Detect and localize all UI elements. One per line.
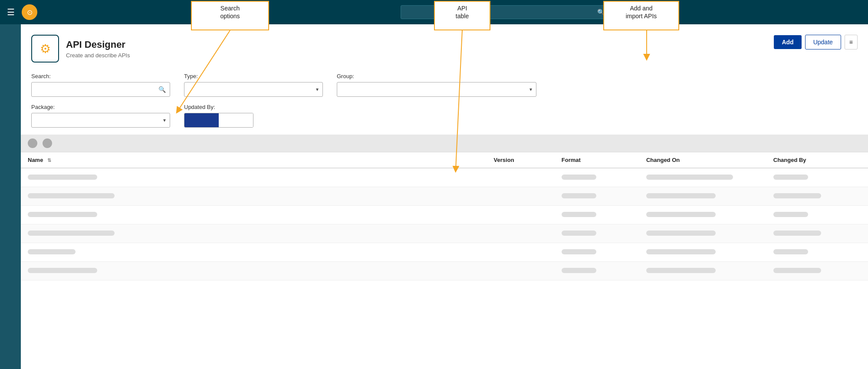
col-format-label: Format: [562, 157, 581, 163]
col-name-label: Name: [28, 157, 43, 163]
filters-row-1: Search: 🔍 Type: ▾ Group:: [31, 73, 858, 97]
loading-dot-1: [28, 138, 37, 148]
search-filter-group: Search: 🔍: [31, 73, 170, 97]
skeleton: [28, 175, 97, 180]
filters-row-2: Package: ▾ Updated By:: [31, 104, 858, 128]
col-version[interactable]: Version: [487, 152, 555, 168]
cell-changedby: [766, 168, 868, 187]
skeleton: [562, 268, 596, 273]
sort-icon: ⇅: [47, 158, 51, 163]
cell-changedby: [766, 243, 868, 262]
cell-name: [21, 262, 487, 280]
package-select[interactable]: [31, 113, 170, 128]
group-select-wrap: ▾: [337, 82, 536, 97]
page-header-left: ⚙ API Designer Create and describe APIs: [31, 35, 130, 63]
top-nav: ☰ ⊙ 🔍: [0, 0, 868, 24]
updated-by-toggle: [184, 113, 253, 128]
cell-format: [555, 224, 639, 243]
cell-changedby: [766, 262, 868, 280]
cell-format: [555, 187, 639, 206]
group-select[interactable]: [337, 82, 536, 97]
table-body: [21, 168, 868, 280]
skeleton: [646, 249, 716, 254]
api-table: Name ⇅ Version Format Changed On Changed…: [21, 152, 868, 280]
cell-version: [487, 206, 555, 224]
cell-changedby: [766, 206, 868, 224]
skeleton: [773, 249, 808, 254]
cell-changedon: [639, 168, 766, 187]
list-view-button[interactable]: ≡: [845, 35, 858, 49]
hamburger-icon[interactable]: ☰: [7, 7, 15, 17]
cell-changedon: [639, 206, 766, 224]
cell-changedon: [639, 187, 766, 206]
cell-format: [555, 262, 639, 280]
app-subtitle: Create and describe APIs: [66, 52, 130, 59]
cell-version: [487, 243, 555, 262]
cell-version: [487, 262, 555, 280]
updated-by-filter-group: Updated By:: [184, 104, 253, 128]
cell-changedby: [766, 224, 868, 243]
page-body: ⚙ API Designer Create and describe APIs …: [21, 24, 868, 369]
app-info: API Designer Create and describe APIs: [66, 39, 130, 59]
logo-icon: ⊙: [27, 8, 33, 16]
updated-by-label: Updated By:: [184, 104, 253, 110]
table-row: [21, 224, 868, 243]
search-input-wrap: 🔍: [31, 82, 170, 97]
toggle-all-button[interactable]: [219, 113, 253, 127]
cell-changedon: [639, 224, 766, 243]
type-filter-group: Type: ▾: [184, 73, 323, 97]
toggle-mine-button[interactable]: [184, 113, 219, 127]
type-select[interactable]: [184, 82, 323, 97]
skeleton: [646, 175, 733, 180]
app-icon: ⚙: [31, 35, 59, 63]
skeleton: [773, 231, 821, 236]
add-button[interactable]: Add: [774, 35, 801, 49]
search-input[interactable]: [31, 82, 170, 97]
col-format[interactable]: Format: [555, 152, 639, 168]
group-filter-group: Group: ▾: [337, 73, 536, 97]
cell-name: [21, 224, 487, 243]
table-row: [21, 187, 868, 206]
package-label: Package:: [31, 104, 170, 110]
skeleton: [562, 193, 596, 198]
app-title: API Designer: [66, 39, 130, 50]
skeleton: [646, 193, 716, 198]
cell-changedby: [766, 187, 868, 206]
skeleton: [646, 268, 716, 273]
col-version-label: Version: [494, 157, 514, 163]
skeleton: [562, 249, 596, 254]
skeleton: [28, 193, 115, 198]
package-filter-group: Package: ▾: [31, 104, 170, 128]
cell-name: [21, 187, 487, 206]
skeleton: [28, 212, 97, 217]
skeleton: [646, 212, 716, 217]
package-select-wrap: ▾: [31, 113, 170, 128]
col-changedby-label: Changed By: [773, 157, 806, 163]
skeleton: [773, 193, 821, 198]
app-logo: ⊙: [22, 4, 37, 20]
loading-bar-area: [21, 135, 868, 152]
table-row: [21, 168, 868, 187]
update-button[interactable]: Update: [805, 35, 841, 49]
page-header: ⚙ API Designer Create and describe APIs …: [31, 35, 858, 63]
app-icon-symbol: ⚙: [40, 42, 51, 56]
skeleton: [773, 175, 808, 180]
col-name[interactable]: Name ⇅: [21, 152, 487, 168]
col-changedon-label: Changed On: [646, 157, 680, 163]
skeleton: [562, 231, 596, 236]
skeleton: [28, 268, 97, 273]
skeleton: [646, 231, 716, 236]
col-changedon[interactable]: Changed On: [639, 152, 766, 168]
nav-search-input[interactable]: [401, 5, 609, 19]
col-changedby[interactable]: Changed By: [766, 152, 868, 168]
cell-version: [487, 187, 555, 206]
skeleton: [562, 212, 596, 217]
cell-changedon: [639, 243, 766, 262]
cell-format: [555, 206, 639, 224]
skeleton: [28, 249, 76, 254]
cell-name: [21, 168, 487, 187]
table-header: Name ⇅ Version Format Changed On Changed…: [21, 152, 868, 168]
cell-name: [21, 206, 487, 224]
group-label: Group:: [337, 73, 536, 79]
type-label: Type:: [184, 73, 323, 79]
